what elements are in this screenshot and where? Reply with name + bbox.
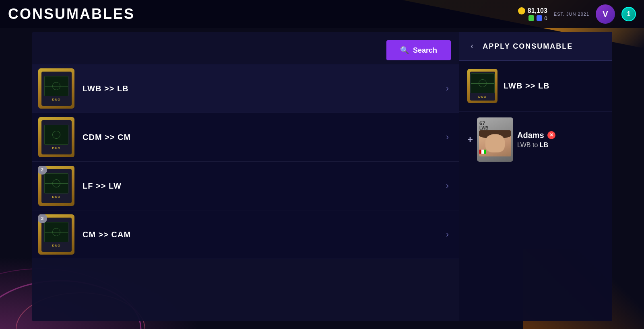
v-icon: V [603,10,608,19]
player-card: 67 LWB [477,117,513,162]
items-list[interactable]: DUO LWB >> LB › DUO [32,64,459,321]
avatar-badge: V [596,4,615,24]
points-green-icon [528,15,534,21]
est-badge: EST. JUN 2021 [554,12,589,16]
consumable-name: LWB >> LB [504,81,550,90]
right-panel-title: APPLY CONSUMABLE [483,42,573,51]
header-right: 81,103 0 EST. JUN 2021 V 1 [518,4,636,24]
chevron-right-icon: › [446,83,449,94]
card-label: DUO [52,146,61,150]
list-item[interactable]: 3 DUO CM >> CAM › [32,210,459,259]
position-from: LWB [517,142,530,148]
player-section: + 67 LWB Adams ✕ [459,111,612,168]
card-tactics [44,173,68,193]
card-inner: DUO [41,72,72,106]
position-to: LB [540,142,548,148]
chevron-right-icon: › [446,181,449,191]
player-name: Adams [517,131,544,140]
card-label: DUO [52,244,61,247]
left-panel: 🔍 Search DUO [32,32,459,321]
main-content: 🔍 Search DUO [32,32,612,321]
chevron-right-icon: › [446,132,449,142]
card-label: DUO [52,98,61,101]
portrait-face-circle [485,134,505,153]
search-button[interactable]: 🔍 Search [386,40,451,60]
currency-info: 81,103 0 [518,7,547,21]
card-inner: DUO [41,169,72,203]
coins-value: 81,103 [528,7,547,14]
item-label: CM >> CAM [83,230,446,239]
position-change-badge: ✕ [547,131,555,139]
tactics-field [44,76,68,96]
card-tactics [44,125,68,145]
position-to-label: to [533,142,540,148]
player-card-pos: LWB [477,126,488,130]
chevron-right-icon: › [446,229,449,240]
player-info: Adams ✕ LWB to LB [517,131,604,149]
coin-icon [518,7,525,14]
points-blue-icon [537,15,542,21]
right-panel-header: ‹ APPLY CONSUMABLE [459,32,612,61]
player-name-row: Adams ✕ [517,131,604,140]
level-value: 1 [627,10,631,18]
card-tactics [44,222,68,242]
item-label: CDM >> CM [83,133,446,142]
card-tactics [44,76,68,96]
card-thumbnail: 3 DUO [38,214,74,255]
item-label: LF >> LW [83,181,446,191]
coins-row: 81,103 [518,7,547,14]
x-icon: ✕ [549,132,553,138]
back-button[interactable]: ‹ [467,39,477,53]
consumable-card-section: DUO LWB >> LB [459,61,612,111]
list-item[interactable]: 2 DUO LF >> LW › [32,162,459,210]
player-card-flag [479,150,486,154]
search-button-label: Search [413,46,437,55]
points-row: 0 [528,15,547,21]
right-panel: ‹ APPLY CONSUMABLE DUO LWB >> LB [459,32,612,321]
search-icon: 🔍 [400,46,409,55]
points-value: 0 [545,15,547,21]
card-tactics [471,73,495,93]
plus-icon: + [467,134,473,145]
tactics-field [44,222,68,242]
card-thumbnail: DUO [38,68,74,109]
player-card-rating: 67 [477,121,485,126]
tactics-field [44,125,68,145]
consumable-card-inner: DUO [470,72,495,101]
tactics-field [471,73,495,93]
list-item[interactable]: DUO CDM >> CM › [32,113,459,162]
level-badge: 1 [621,7,636,21]
header: CONSUMABLES 81,103 0 EST. JUN 2021 V 1 [0,0,644,28]
card-thumbnail: DUO [38,117,74,157]
tactics-field [44,173,68,193]
list-item[interactable]: DUO LWB >> LB › [32,64,459,113]
player-position-change: LWB to LB [517,142,548,148]
card-inner: DUO [41,120,72,154]
card-label: DUO [478,95,487,99]
item-label: LWB >> LB [83,84,446,93]
search-bar-container: 🔍 Search [32,32,459,64]
card-inner: DUO [41,218,72,252]
card-thumbnail: 2 DUO [38,166,74,206]
card-label: DUO [52,195,61,199]
page-title: CONSUMABLES [8,6,135,23]
consumable-card-thumb: DUO [467,69,497,103]
